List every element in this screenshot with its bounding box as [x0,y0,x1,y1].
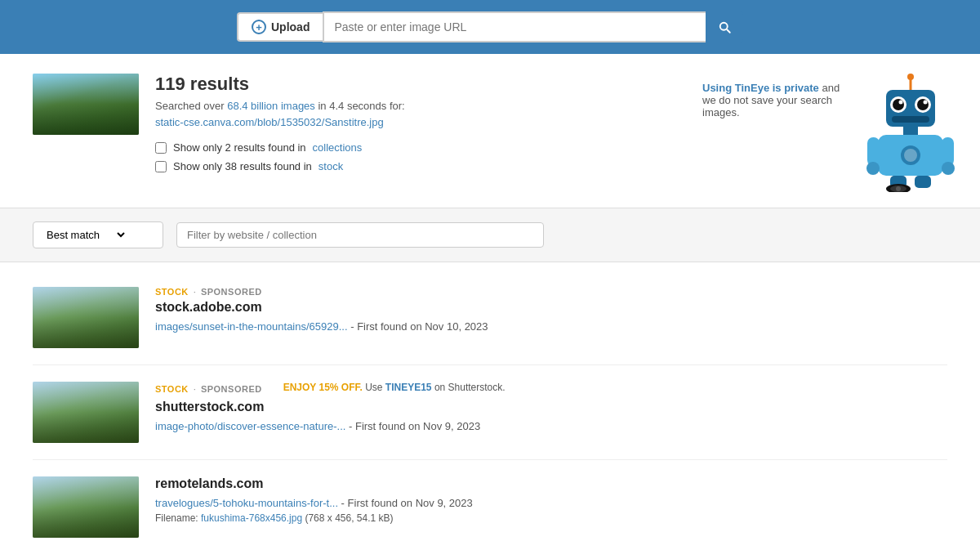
source-url-link[interactable]: static-cse.canva.com/blob/1535032/Sansti… [155,116,384,128]
result-item: remotelands.com travelogues/5-tohoku-mou… [33,460,947,550]
stock-tag: STOCK [155,287,189,297]
robot-icon [866,74,956,192]
svg-rect-19 [915,176,931,188]
results-section: 119 results Searched over 68.4 billion i… [0,54,980,208]
source-link: static-cse.canva.com/blob/1535032/Sansti… [155,115,405,128]
result-link: images/sunset-in-the-mountains/65929... … [155,320,947,333]
results-left: 119 results Searched over 68.4 billion i… [33,74,405,179]
upload-icon: + [252,20,266,34]
result-url[interactable]: travelogues/5-tohoku-mountains-for-t... [155,497,338,509]
url-input[interactable] [323,11,706,42]
filename-link[interactable]: fukushima-768x456.jpg [201,512,302,524]
collections-checkbox-row: Show only 2 results found in collections [155,141,405,154]
filters-row: Best match Most changed Biggest image Ne… [0,208,980,262]
result-domain: shutterstock.com [155,400,947,414]
search-icon [717,20,732,34]
collections-link[interactable]: collections [313,141,363,154]
svg-point-22 [896,186,901,191]
svg-point-1 [907,74,914,80]
sort-select[interactable]: Best match Most changed Biggest image Ne… [43,228,127,242]
result-domain: remotelands.com [155,476,947,491]
svg-rect-15 [942,137,954,166]
result-link: travelogues/5-tohoku-mountains-for-t... … [155,496,947,509]
stock-tag: STOCK [155,384,189,394]
result-info: remotelands.com travelogues/5-tohoku-mou… [155,476,947,524]
result-link: image-photo/discover-essence-nature-... … [155,419,947,432]
svg-point-6 [917,99,929,110]
svg-rect-14 [867,137,880,166]
search-bar: + Upload [237,11,743,42]
svg-point-7 [899,101,903,105]
results-count: 119 results [155,74,405,95]
result-tags: STOCK · SPONSORED [155,287,947,297]
svg-rect-10 [903,127,918,135]
result-filename: Filename: fukushima-768x456.jpg (768 x 4… [155,512,947,524]
upload-button[interactable]: + Upload [237,12,323,42]
result-url[interactable]: image-photo/discover-essence-nature-... [155,420,345,432]
stock-link[interactable]: stock [318,160,343,172]
results-right: Using TinEye is private and we do not sa… [702,74,947,188]
results-list: STOCK · SPONSORED stock.adobe.com images… [0,262,980,550]
promo-text: ENJOY 15% OFF. Use TINEYE15 on Shutterst… [283,382,506,393]
result-domain: stock.adobe.com [155,300,947,315]
stock-checkbox[interactable] [155,161,167,172]
privacy-link[interactable]: Using TinEye is private [702,82,819,94]
result-thumbnail [33,287,139,348]
svg-point-17 [942,162,955,175]
result-item: STOCK · SPONSORED ENJOY 15% OFF. Use TIN… [33,365,947,460]
svg-rect-9 [892,116,929,123]
stock-checkbox-row: Show only 38 results found in stock [155,160,405,172]
search-button[interactable] [706,11,743,42]
svg-point-8 [924,101,928,105]
filter-input[interactable] [176,222,544,248]
svg-point-16 [866,162,880,175]
result-thumbnail [33,382,139,443]
searched-text: Searched over 68.4 billion images in 4.4… [155,100,405,112]
result-info: STOCK · SPONSORED ENJOY 15% OFF. Use TIN… [155,382,947,432]
promo-off: ENJOY 15% OFF. [283,382,363,393]
result-url[interactable]: images/sunset-in-the-mountains/65929... [155,320,348,333]
sponsored-tag: SPONSORED [201,287,262,297]
privacy-text: Using TinEye is private and we do not sa… [702,82,849,118]
checkboxes: Show only 2 results found in collections… [155,141,405,172]
collections-checkbox[interactable] [155,142,167,154]
tag-dot: · [194,287,196,297]
header: + Upload [0,0,980,54]
svg-point-5 [893,99,904,110]
billion-images-link[interactable]: 68.4 billion images [227,100,315,112]
tag-dot: · [194,384,196,394]
query-thumbnail [33,74,139,135]
sort-dropdown[interactable]: Best match Most changed Biggest image Ne… [33,221,163,248]
result-info: STOCK · SPONSORED stock.adobe.com images… [155,287,947,333]
robot-mascot [866,74,947,188]
result-thumbnail [33,476,139,538]
result-tags: STOCK · SPONSORED ENJOY 15% OFF. Use TIN… [155,382,947,396]
sponsored-tag: SPONSORED [201,384,262,394]
svg-point-13 [904,149,917,162]
result-item: STOCK · SPONSORED stock.adobe.com images… [33,271,947,365]
results-info: 119 results Searched over 68.4 billion i… [155,74,405,179]
promo-code: TINEYE15 [385,382,432,393]
